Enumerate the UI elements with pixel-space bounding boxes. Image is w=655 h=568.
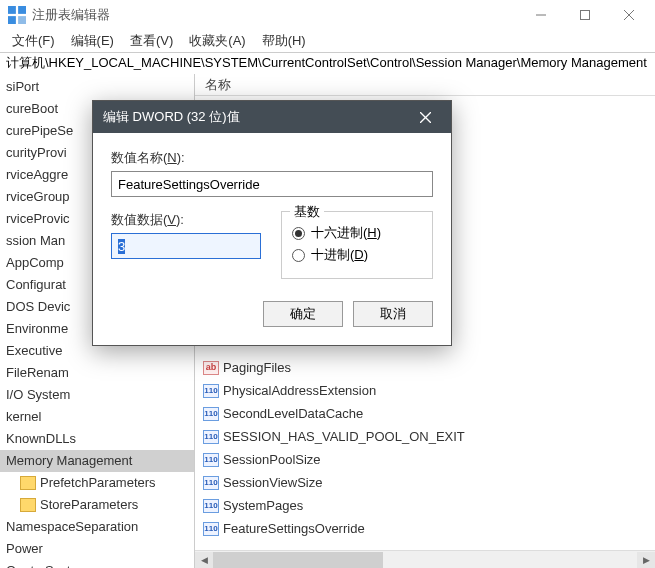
tree-item[interactable]: Quota System [0, 560, 194, 568]
value-name: SecondLevelDataCache [223, 404, 363, 423]
scroll-right-button[interactable]: ▶ [637, 552, 655, 568]
radio-hex[interactable]: 十六进制(H) [292, 224, 422, 242]
radio-hex-label: 十六进制(H) [311, 224, 381, 242]
tree-item[interactable]: StoreParameters [0, 494, 194, 516]
menu-file[interactable]: 文件(F) [4, 30, 63, 52]
value-name: PagingFiles [223, 358, 291, 377]
base-legend: 基数 [290, 203, 324, 221]
menu-view[interactable]: 查看(V) [122, 30, 181, 52]
value-name-label: 数值名称(N): [111, 149, 433, 167]
tree-item[interactable]: I/O System [0, 384, 194, 406]
dialog-body: 数值名称(N): 数值数据(V): 基数 十六进制(H) 十进制(D) [93, 133, 451, 345]
value-name: SessionPoolSize [223, 450, 321, 469]
value-row[interactable]: 110SESSION_HAS_VALID_POOL_ON_EXIT [195, 425, 655, 448]
base-fieldset: 基数 十六进制(H) 十进制(D) [281, 211, 433, 279]
value-name: FeatureSettingsOverride [223, 519, 365, 538]
dword-value-icon: 110 [203, 453, 219, 467]
value-row[interactable]: 110SessionPoolSize [195, 448, 655, 471]
scroll-track[interactable] [213, 552, 637, 568]
radio-dec[interactable]: 十进制(D) [292, 246, 422, 264]
value-name: PhysicalAddressExtension [223, 381, 376, 400]
title-bar: 注册表编辑器 [0, 0, 655, 30]
dialog-close-button[interactable] [409, 101, 441, 133]
value-row[interactable]: 110SecondLevelDataCache [195, 402, 655, 425]
value-row[interactable]: 110FeatureSettingsOverride [195, 517, 655, 540]
window-title: 注册表编辑器 [32, 6, 519, 24]
scroll-thumb[interactable] [213, 552, 383, 568]
radio-dec-label: 十进制(D) [311, 246, 368, 264]
svg-rect-1 [18, 6, 26, 14]
close-button[interactable] [607, 0, 651, 30]
value-row[interactable]: 110PhysicalAddressExtension [195, 379, 655, 402]
edit-dword-dialog: 编辑 DWORD (32 位)值 数值名称(N): 数值数据(V): 基数 十六… [92, 100, 452, 346]
tree-item[interactable]: kernel [0, 406, 194, 428]
tree-item[interactable]: NamespaceSeparation [0, 516, 194, 538]
dword-value-icon: 110 [203, 384, 219, 398]
value-row[interactable]: 110SessionViewSize [195, 471, 655, 494]
radio-dec-button[interactable] [292, 249, 305, 262]
dword-value-icon: 110 [203, 476, 219, 490]
value-name: SESSION_HAS_VALID_POOL_ON_EXIT [223, 427, 465, 446]
value-row[interactable]: 110SystemPages [195, 494, 655, 517]
tree-item[interactable]: Memory Management [0, 450, 194, 472]
svg-rect-0 [8, 6, 16, 14]
tree-item[interactable]: FileRenam [0, 362, 194, 384]
tree-item[interactable]: Power [0, 538, 194, 560]
address-bar [0, 52, 655, 74]
string-value-icon: ab [203, 361, 219, 375]
dialog-buttons: 确定 取消 [111, 301, 433, 327]
tree-item[interactable]: siPort [0, 76, 194, 98]
horizontal-scrollbar[interactable]: ◀ ▶ [195, 550, 655, 568]
maximize-button[interactable] [563, 0, 607, 30]
dword-value-icon: 110 [203, 522, 219, 536]
svg-rect-3 [18, 16, 26, 24]
value-name: SystemPages [223, 496, 303, 515]
ok-button[interactable]: 确定 [263, 301, 343, 327]
dword-value-icon: 110 [203, 430, 219, 444]
window-buttons [519, 0, 651, 30]
svg-rect-2 [8, 16, 16, 24]
svg-rect-5 [581, 11, 590, 20]
tree-item[interactable]: PrefetchParameters [0, 472, 194, 494]
menu-edit[interactable]: 编辑(E) [63, 30, 122, 52]
dword-value-icon: 110 [203, 407, 219, 421]
column-header-name[interactable]: 名称 [195, 74, 655, 96]
dialog-title-bar[interactable]: 编辑 DWORD (32 位)值 [93, 101, 451, 133]
dialog-title: 编辑 DWORD (32 位)值 [103, 108, 409, 126]
minimize-button[interactable] [519, 0, 563, 30]
tree-item[interactable]: KnownDLLs [0, 428, 194, 450]
regedit-icon [8, 6, 26, 24]
value-data-input[interactable] [111, 233, 261, 259]
cancel-button[interactable]: 取消 [353, 301, 433, 327]
value-data-label: 数值数据(V): [111, 211, 261, 229]
path-input[interactable] [6, 56, 649, 71]
radio-hex-button[interactable] [292, 227, 305, 240]
value-row[interactable]: abPagingFiles [195, 356, 655, 379]
scroll-left-button[interactable]: ◀ [195, 552, 213, 568]
value-name: SessionViewSize [223, 473, 322, 492]
menu-bar: 文件(F) 编辑(E) 查看(V) 收藏夹(A) 帮助(H) [0, 30, 655, 52]
menu-favorites[interactable]: 收藏夹(A) [181, 30, 253, 52]
dword-value-icon: 110 [203, 499, 219, 513]
menu-help[interactable]: 帮助(H) [254, 30, 314, 52]
value-name-input[interactable] [111, 171, 433, 197]
